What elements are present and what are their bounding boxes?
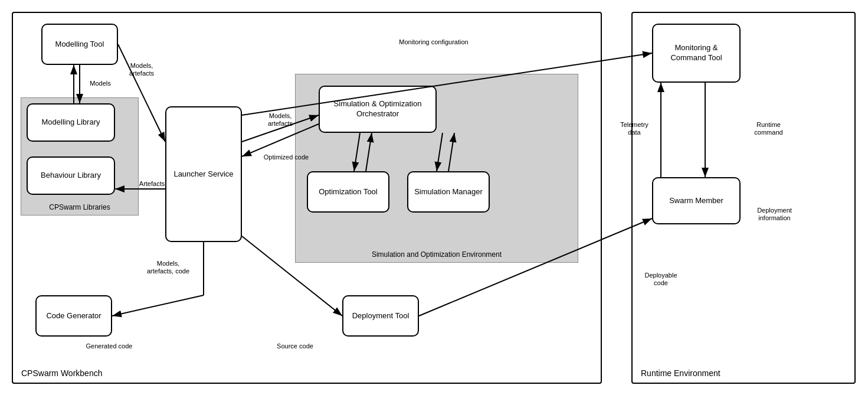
diagram-container: CPSwarm Workbench Runtime Environment CP… bbox=[6, 6, 862, 402]
artefacts-label: Artefacts bbox=[133, 180, 171, 188]
launcher-service-box: Launcher Service bbox=[165, 106, 242, 242]
optimized-code-label: Optimized code bbox=[260, 154, 313, 161]
generated-code-label: Generated code bbox=[83, 342, 136, 350]
modelling-library-box: Modelling Library bbox=[27, 103, 115, 142]
deployment-info-label: Deployment information bbox=[749, 207, 800, 222]
runtime-label: Runtime Environment bbox=[641, 368, 720, 378]
models-artefacts-code-label: Models, artefacts, code bbox=[145, 260, 192, 275]
workbench-label: CPSwarm Workbench bbox=[21, 368, 102, 378]
behaviour-library-box: Behaviour Library bbox=[27, 156, 115, 195]
sim-env-label: Simulation and Optimization Environment bbox=[296, 250, 578, 259]
monitoring-tool-box: Monitoring & Command Tool bbox=[652, 24, 741, 83]
optimization-tool-box: Optimization Tool bbox=[307, 171, 389, 213]
sim-orchestrator-box: Simulation & Optimization Orchestrator bbox=[319, 86, 437, 133]
libraries-label: CPSwarm Libraries bbox=[21, 203, 138, 211]
simulation-manager-box: Simulation Manager bbox=[407, 171, 490, 213]
telemetry-label: Telemetry data bbox=[614, 121, 655, 136]
code-generator-box: Code Generator bbox=[35, 295, 112, 337]
models-label: Models bbox=[83, 80, 118, 87]
models-artefacts-2-label: Models, artefacts bbox=[260, 112, 301, 128]
models-artefacts-1-label: Models, artefacts bbox=[121, 62, 162, 77]
monitoring-config-label: Monitoring configuration bbox=[389, 38, 478, 46]
deployment-tool-box: Deployment Tool bbox=[342, 295, 419, 337]
modelling-tool-box: Modelling Tool bbox=[41, 24, 118, 65]
source-code-label: Source code bbox=[271, 342, 319, 350]
runtime-command-label: Runtime command bbox=[743, 121, 794, 136]
swarm-member-box: Swarm Member bbox=[652, 177, 741, 224]
deployable-code-label: Deployable code bbox=[637, 272, 684, 287]
